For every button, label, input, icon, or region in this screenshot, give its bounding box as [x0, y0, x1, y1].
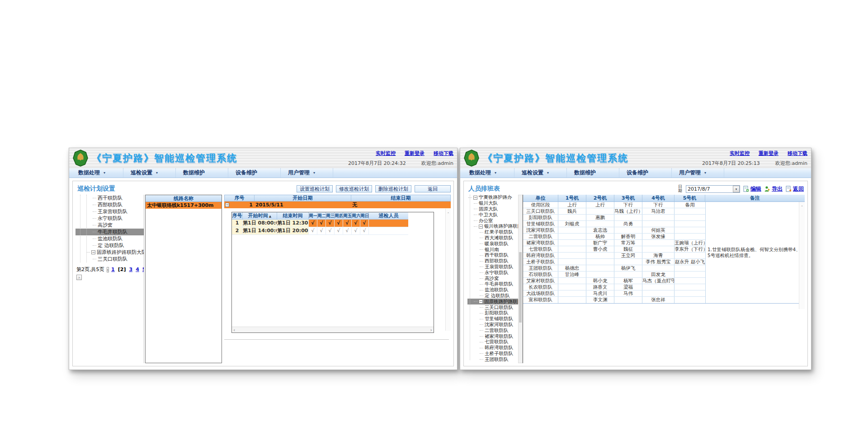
- col-saturday[interactable]: 周六: [352, 212, 360, 219]
- tree-item[interactable]: 二营联防队: [467, 328, 523, 333]
- table-row[interactable]: 使用区段 上行 上行 下行 下行 备用: [523, 202, 705, 208]
- tree-item[interactable]: 银川铁路护路联防大队: [467, 224, 523, 229]
- table-row[interactable]: 三关口联防队 魏兵 马魏（上行） 马治君: [523, 208, 705, 215]
- menu-item[interactable]: 用户管理 ▾: [281, 168, 333, 178]
- nav-link[interactable]: 实时监控: [376, 150, 396, 157]
- tree-item[interactable]: 牛毛井联防队: [75, 229, 144, 235]
- tree-item[interactable]: 西部联防队: [467, 258, 523, 264]
- collapse-icon[interactable]: [473, 196, 477, 200]
- tree-item[interactable]: 西大滩联防队: [467, 235, 523, 241]
- tree-item[interactable]: 王泉营联防队: [75, 208, 144, 215]
- menu-item[interactable]: 设备维护: [619, 168, 672, 178]
- tree-item[interactable]: 固原铁路护路联防大队: [75, 249, 144, 256]
- tree-item[interactable]: 固原大队: [467, 206, 523, 212]
- page-link[interactable]: [2]: [118, 267, 126, 272]
- table-row[interactable]: 沈家河联防队 袁志选 何姐英: [523, 227, 705, 234]
- menu-item[interactable]: 巡检设置 ▾: [123, 168, 176, 178]
- collapse-row-icon[interactable]: −: [225, 203, 229, 207]
- tree-item[interactable]: 牛毛井联防队: [467, 281, 523, 287]
- tree-item[interactable]: 宁夏铁路护路办: [467, 195, 523, 201]
- scrollbar-thumb[interactable]: [519, 252, 522, 323]
- tree-item[interactable]: 西部联防队: [75, 201, 144, 208]
- tree-scrollbar[interactable]: [518, 195, 523, 363]
- table-row[interactable]: 王团联防队 杨德忠 杨伊飞: [523, 265, 705, 272]
- page-link[interactable]: 1: [111, 267, 115, 272]
- tree-item[interactable]: 暖泉联防队: [467, 241, 523, 247]
- tree-item[interactable]: 盐池联防队: [467, 287, 523, 293]
- scroll-up-icon[interactable]: ˄: [801, 206, 803, 210]
- table-row[interactable]: 长农联防队 路香文 梁福: [523, 284, 705, 290]
- toolbar-button[interactable]: 返回: [415, 185, 451, 192]
- table-row[interactable]: 宣和联防队 李文渊 张忠祥: [523, 297, 705, 303]
- tree-item[interactable]: 永宁联防队: [467, 270, 523, 276]
- table-row[interactable]: 七营联防队 曹小虎 魏征 李东升（下行）: [523, 246, 705, 253]
- col-machine2[interactable]: 2号机: [586, 195, 614, 201]
- tree-item[interactable]: 定 边联防队: [75, 242, 144, 249]
- page-link[interactable]: 4: [136, 267, 139, 272]
- tree-item[interactable]: 土桥子联防队: [467, 351, 523, 357]
- scroll-left-icon[interactable]: ‹: [233, 328, 235, 332]
- tree-item[interactable]: 王团联防队: [467, 356, 523, 362]
- prev-page-button[interactable]: ‹: [107, 267, 109, 272]
- col-seq[interactable]: 序号: [232, 212, 243, 219]
- tree-item[interactable]: 西干联防队: [467, 253, 523, 258]
- scroll-up-icon[interactable]: ˄: [219, 203, 221, 207]
- menu-item[interactable]: 巡检设置 ▾: [514, 168, 567, 178]
- collapse-icon[interactable]: [479, 300, 483, 304]
- col-remark[interactable]: 备注: [705, 195, 805, 201]
- table-row[interactable]: 彭阳联防队 惠鹏: [523, 215, 705, 221]
- plan-row-selected[interactable]: − 1 2015/5/11 无: [224, 201, 451, 208]
- menu-item[interactable]: 数据处理 ▾: [71, 168, 123, 178]
- tree-item[interactable]: 三关口联防队: [75, 256, 144, 262]
- toolbar-button[interactable]: 删除巡检计划: [375, 185, 411, 192]
- table-row[interactable]: 韩府湾联防队 王立冈 海青: [523, 253, 705, 259]
- tree-item[interactable]: 银川大队: [467, 201, 523, 206]
- tree-item[interactable]: 固原铁路护路联防大队: [467, 299, 523, 304]
- dropdown-arrow-icon[interactable]: ▾: [733, 186, 740, 192]
- table-row[interactable]: 大战场联防队 马虎川 马伟: [523, 290, 705, 297]
- col-inspector[interactable]: 巡检人员: [369, 212, 408, 219]
- route-row-selected[interactable]: 太中银联络线k1517+300m: [146, 202, 222, 209]
- table-row[interactable]: 二营联防队 杨帅 解香明 张发缘: [523, 234, 705, 240]
- toolbar-button[interactable]: 设置巡检计划: [297, 185, 333, 192]
- table-row[interactable]: 褚家湾联防队 靳广宇 常万筹 王婉瑞（上行）: [523, 240, 705, 246]
- tree-item[interactable]: 沈家河联防队: [467, 322, 523, 328]
- table-row[interactable]: 土桥子联防队 李伟 殷秀宝 赵永升 赵小飞: [523, 259, 705, 265]
- collapse-icon[interactable]: [479, 225, 483, 229]
- col-unit[interactable]: 单位: [523, 195, 558, 201]
- tree-item[interactable]: 七营联防队: [467, 339, 523, 345]
- tree-item[interactable]: 中卫大队: [467, 212, 523, 218]
- time-row[interactable]: 1 第1日 08:00:00 第1日 12:30:00 √ √ √ √ √ √: [232, 220, 408, 227]
- menu-item[interactable]: 用户管理 ▾: [672, 168, 724, 178]
- col-thursday[interactable]: 周四: [335, 212, 343, 219]
- back-link[interactable]: 返回: [785, 185, 804, 193]
- tree-item[interactable]: 高沙窝: [75, 222, 144, 229]
- scroll-up-icon[interactable]: ˄: [447, 212, 449, 216]
- tree-item[interactable]: 银川南: [467, 247, 523, 253]
- page-link[interactable]: 3: [129, 267, 132, 272]
- page-link[interactable]: 5: [142, 267, 144, 272]
- nav-link[interactable]: 重新登录: [405, 150, 425, 157]
- menu-item[interactable]: 数据维护: [567, 168, 619, 178]
- tree-item[interactable]: 三关口联防队: [467, 304, 523, 310]
- col-machine4[interactable]: 4号机: [642, 195, 675, 201]
- tree-item[interactable]: 廿里铺联防队: [467, 316, 523, 322]
- tree-item[interactable]: 西干联防队: [75, 195, 144, 201]
- col-sunday[interactable]: 周日: [360, 212, 369, 219]
- col-end-time[interactable]: 结束时间: [277, 212, 309, 219]
- edit-link[interactable]: 编辑: [743, 185, 761, 193]
- col-machine1[interactable]: 1号机: [558, 195, 586, 201]
- date-select[interactable]: 2017/8/7 ▾: [686, 185, 740, 193]
- time-row[interactable]: 2 第1日 14:00:00 第1日 20:00:00 √ √ √ √ √ √: [232, 227, 408, 235]
- next-page-button[interactable]: ›: [76, 275, 82, 280]
- tree-item[interactable]: 红果子联防队: [467, 229, 523, 235]
- col-tuesday[interactable]: 周二: [317, 212, 326, 219]
- tree-item[interactable]: 高沙窝: [467, 276, 523, 281]
- scroll-right-icon[interactable]: ›: [430, 328, 432, 332]
- nav-link[interactable]: 实时监控: [730, 150, 750, 157]
- tree-item[interactable]: 褚家湾联防队: [467, 333, 523, 339]
- tree-item[interactable]: 王泉营联防队: [467, 264, 523, 270]
- table-row[interactable]: 艾家村联防队 韩小龙 杨军 马杰（重点盯守）: [523, 278, 705, 284]
- col-friday[interactable]: 周五: [343, 212, 352, 219]
- table-row[interactable]: 廿里铺联防队 刘银虎 尚勇: [523, 221, 705, 227]
